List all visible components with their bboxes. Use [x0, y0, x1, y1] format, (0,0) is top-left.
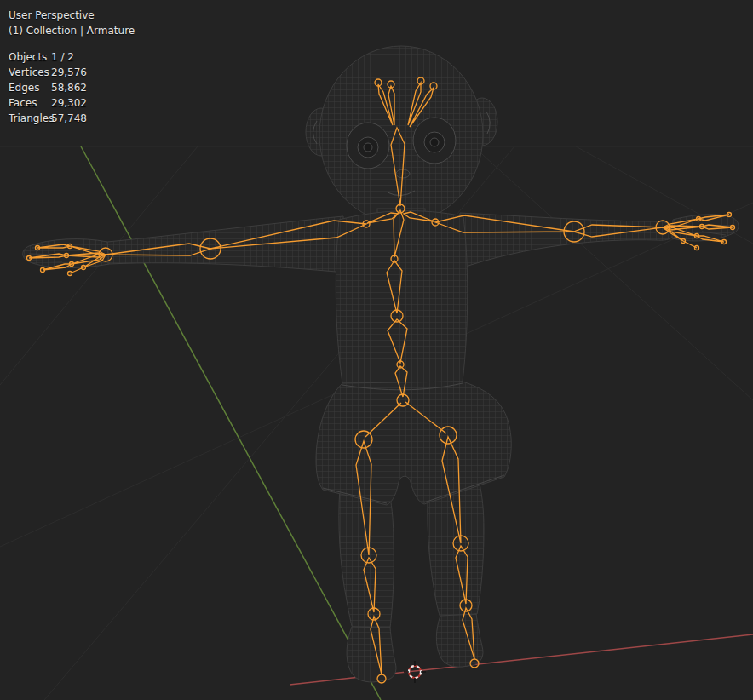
scene-statistics: Objects 1 / 2 Vertices 29,576 Edges 58,8…	[9, 49, 135, 126]
stat-label: Triangles	[9, 111, 51, 126]
stat-row-triangles: Triangles 57,748	[9, 111, 135, 126]
stat-value: 57,748	[51, 111, 87, 126]
stat-row-edges: Edges 58,862	[9, 80, 135, 95]
stat-row-objects: Objects 1 / 2	[9, 49, 135, 65]
viewport-overlay: User Perspective (1) Collection | Armatu…	[9, 8, 135, 126]
stat-value: 58,862	[51, 80, 87, 95]
stat-row-vertices: Vertices 29,576	[9, 65, 135, 80]
leg-right-mesh[interactable]	[428, 484, 484, 617]
stat-row-faces: Faces 29,302	[9, 95, 135, 111]
stat-label: Objects	[9, 49, 51, 65]
active-object-breadcrumb: (1) Collection | Armature	[9, 23, 135, 38]
stat-label: Faces	[9, 95, 51, 111]
stat-value: 29,302	[51, 95, 87, 111]
stat-label: Edges	[9, 80, 51, 95]
stat-value: 1 / 2	[51, 49, 74, 65]
blender-3d-viewport[interactable]: { "viewport": { "view_name": "User Persp…	[0, 0, 753, 700]
view-perspective-label: User Perspective	[9, 8, 135, 23]
stat-label: Vertices	[9, 65, 51, 80]
stat-value: 29,576	[51, 65, 87, 80]
